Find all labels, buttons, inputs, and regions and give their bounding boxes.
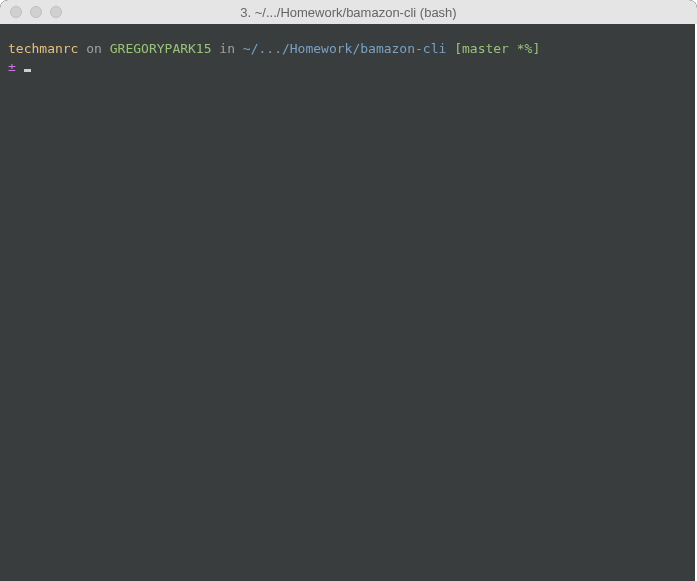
minimize-icon[interactable] <box>30 6 42 18</box>
titlebar[interactable]: 3. ~/.../Homework/bamazon-cli (bash) <box>0 0 697 24</box>
terminal-body[interactable]: techmanrc on GREGORYPARK15 in ~/.../Home… <box>0 24 697 581</box>
cursor-icon <box>24 69 31 72</box>
branch-open: [ <box>446 41 462 56</box>
traffic-lights <box>0 6 62 18</box>
prompt-space <box>16 59 24 74</box>
branch-close: ] <box>532 41 540 56</box>
prompt-in: in <box>212 41 243 56</box>
zoom-icon[interactable] <box>50 6 62 18</box>
terminal-window: 3. ~/.../Homework/bamazon-cli (bash) tec… <box>0 0 697 581</box>
prompt-user: techmanrc <box>8 41 78 56</box>
window-title: 3. ~/.../Homework/bamazon-cli (bash) <box>0 5 697 20</box>
prompt-host: GREGORYPARK15 <box>110 41 212 56</box>
prompt-on: on <box>78 41 109 56</box>
close-icon[interactable] <box>10 6 22 18</box>
prompt-path: ~/.../Homework/bamazon-cli <box>243 41 447 56</box>
prompt-symbol: ± <box>8 59 16 74</box>
prompt-branch: master *% <box>462 41 532 56</box>
